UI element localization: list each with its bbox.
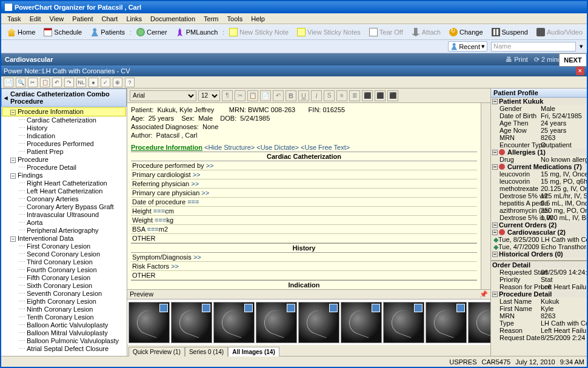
tree-node[interactable]: ⋯Balloon Pulmonic Valvuloplasty	[2, 337, 126, 345]
list-icon[interactable]: ≡	[336, 90, 347, 101]
toolbar-home[interactable]: Home	[4, 26, 39, 38]
preview-tab[interactable]: All Images (14)	[228, 347, 279, 356]
tool-btn[interactable]: 📋	[40, 78, 50, 87]
print-button[interactable]: 🖶 Print	[506, 56, 528, 63]
profile-group-header[interactable]: −Allergies (1)	[491, 149, 587, 156]
doc-field-row[interactable]: OTHER	[131, 271, 477, 280]
menu-view[interactable]: View	[46, 15, 68, 22]
menu-task[interactable]: Task	[4, 15, 25, 22]
tree-node[interactable]: −Findings	[2, 172, 126, 179]
list-icon[interactable]: ≣	[349, 90, 360, 101]
tree-node[interactable]: ⋯Peripheral Arteriography	[2, 227, 126, 235]
tree-node[interactable]: −Procedure	[2, 156, 126, 164]
tool-btn[interactable]: ♠	[89, 78, 98, 87]
underline-icon[interactable]: U	[298, 90, 309, 101]
tree-node[interactable]: ⋯Eighth Coronary Lesion	[2, 298, 126, 306]
doc-field-row[interactable]: Procedure performed by >>	[131, 161, 477, 170]
name-search-input[interactable]: Name	[491, 42, 576, 52]
tree-node[interactable]: ⋯Coronary Artery Bypass Graft	[2, 203, 126, 211]
profile-group-header[interactable]: −Current Orders (2)	[491, 221, 587, 229]
profile-group-header[interactable]: −Cardiovascular (2)	[491, 229, 587, 236]
tool-btn[interactable]: NL	[76, 78, 86, 87]
tree-node[interactable]: ⋯Patient Prep	[2, 148, 126, 156]
profile-group-header[interactable]: −Current Medications (7)	[491, 163, 587, 170]
tree-node[interactable]: ⋯Balloon Aortic Valvuloplasty	[2, 321, 126, 329]
tool-btn[interactable]: ↶	[52, 78, 62, 87]
tree-node[interactable]: ⋯Atrial Septal Defect Closure	[2, 345, 126, 353]
use-dictate-link[interactable]: <Use Dictate>	[256, 144, 299, 151]
toolbar-change[interactable]: Change	[446, 26, 487, 38]
menu-documentation[interactable]: Documentation	[147, 15, 199, 22]
doc-field-row[interactable]: OTHER	[131, 234, 477, 243]
tree-node[interactable]: ⋯Indication	[2, 132, 126, 140]
doc-field-row[interactable]: Primary care physician >>	[131, 189, 477, 198]
tree-node[interactable]: ⋯Third Coronary Lesion	[2, 258, 126, 266]
align-icon[interactable]: ⬛	[362, 90, 373, 101]
tree-node[interactable]: ⋯First Coronary Lesion	[2, 243, 126, 250]
tree-node[interactable]: ⋯History	[2, 124, 126, 132]
menu-tools[interactable]: Tools	[224, 15, 247, 22]
doc-field-row[interactable]: Height ===cm	[131, 207, 477, 216]
tree-node[interactable]: ⋯Balloon Mitral Valvuloplasty	[2, 329, 126, 337]
proc-info-link[interactable]: Procedure Information	[131, 144, 202, 151]
toolbar-cerner[interactable]: Cerner	[133, 26, 171, 38]
align-icon[interactable]: ⬛	[375, 90, 386, 101]
image-thumbnail[interactable]	[383, 302, 424, 343]
toolbar-pmlaunch[interactable]: PMLaunch	[172, 26, 222, 38]
tool-btn[interactable]: ↷	[64, 78, 74, 87]
profile-group-header[interactable]: −Patient Kukuk	[491, 98, 587, 105]
tree-header[interactable]: ◂ Cardiac Catheterization Combo Procedur…	[1, 89, 127, 107]
tree-node[interactable]: ⋯Intravascular Ultrasound	[2, 211, 126, 219]
tree-node[interactable]: ⋯Second Coronary Lesion	[2, 250, 126, 258]
image-thumbnail[interactable]	[298, 302, 339, 343]
menu-links[interactable]: Links	[122, 15, 145, 22]
doc-field-row[interactable]: Primary cardiologist >>	[131, 170, 477, 179]
menu-term[interactable]: Term	[200, 15, 222, 22]
order-row[interactable]: ◆ Tue, 4/7/2009 Echo Transthoracic	[491, 243, 587, 250]
undo-icon[interactable]: ↶	[273, 90, 284, 101]
tool-btn[interactable]: ?	[125, 78, 135, 87]
document-body[interactable]: Patient: Kukuk, Kyle Jeffrey MRN: BWMC 0…	[127, 103, 481, 289]
tree-node[interactable]: ⋯Tenth Coronary Lesion	[2, 313, 126, 321]
toolbar-suspend[interactable]: Suspend	[488, 26, 532, 38]
image-thumbnail[interactable]	[171, 302, 212, 343]
tree-node[interactable]: ⋯Coronary Arteries	[2, 195, 126, 203]
doc-field-row[interactable]: Risk Factors >>	[131, 262, 477, 271]
menu-patient[interactable]: Patient	[68, 15, 96, 22]
close-note-button[interactable]: ✕	[576, 67, 584, 75]
toolbar-attach[interactable]: Attach	[408, 26, 444, 38]
hide-structure-link[interactable]: <Hide Structure>	[204, 144, 255, 151]
tree-node[interactable]: ⋯Fourth Coronary Lesion	[2, 266, 126, 274]
doc-field-row[interactable]: Date of procedure ===	[131, 198, 477, 207]
doc-field-row[interactable]: Weight ===kg	[131, 216, 477, 225]
next-button[interactable]: NEXT	[559, 53, 587, 67]
tb-btn[interactable]: ¶	[222, 90, 233, 101]
tree-node[interactable]: ⋯Fifth Coronary Lesion	[2, 274, 126, 282]
search-go-button[interactable]: ▾	[580, 42, 583, 50]
image-thumbnail[interactable]	[468, 302, 490, 343]
profile-group-header[interactable]: −Historical Orders (0)	[491, 250, 587, 258]
tree-node[interactable]: ⋯Right Heart Catheterization	[2, 179, 126, 187]
align-icon[interactable]: ⬛	[387, 90, 398, 101]
toolbar-audio-video[interactable]: Audio/Video	[533, 26, 586, 38]
tree-node[interactable]: ⋯Seventh Coronary Lesion	[2, 290, 126, 298]
tree-node[interactable]: ⋯Aorta	[2, 219, 126, 227]
tree-node[interactable]: ⋯Sixth Coronary Lesion	[2, 282, 126, 290]
image-thumbnail[interactable]	[256, 302, 297, 343]
italic-icon[interactable]: I	[311, 90, 322, 101]
doc-field-row[interactable]: Symptom/Diagnosis >>	[131, 253, 477, 262]
tool-btn[interactable]: 🔍	[16, 78, 25, 87]
menu-help[interactable]: Help	[247, 15, 269, 22]
doc-scrollbar[interactable]	[481, 103, 490, 289]
tool-btn[interactable]: 📄	[4, 78, 13, 87]
copy-icon[interactable]: 📋	[247, 90, 258, 101]
doc-field-row[interactable]: BSA ===m2	[131, 225, 477, 234]
toolbar-patients[interactable]: Patients	[87, 26, 129, 38]
toolbar-new-sticky-note[interactable]: New Sticky Note	[226, 26, 292, 38]
tree-node[interactable]: ⋯Procedure Detail	[2, 164, 126, 172]
toolbar-tear-off[interactable]: Tear Off	[366, 26, 407, 38]
tree-node[interactable]: −Procedure Information	[2, 107, 126, 116]
tree-node[interactable]: ⋯Ninth Coronary Lesion	[2, 306, 126, 313]
tree-node[interactable]: ⋯Left Heart Catheterization	[2, 187, 126, 195]
doc-field-row[interactable]: Referring physician >>	[131, 179, 477, 189]
